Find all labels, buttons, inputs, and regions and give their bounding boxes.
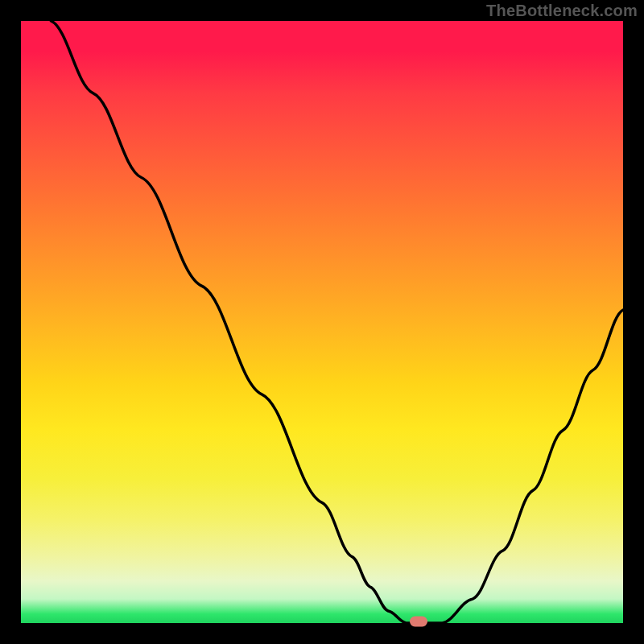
bottleneck-curve bbox=[51, 21, 623, 623]
optimal-marker bbox=[410, 617, 427, 627]
watermark-text: TheBottleneck.com bbox=[486, 2, 638, 20]
curve-svg bbox=[21, 21, 623, 623]
chart-frame: TheBottleneck.com bbox=[0, 0, 644, 644]
plot-area bbox=[21, 21, 623, 623]
